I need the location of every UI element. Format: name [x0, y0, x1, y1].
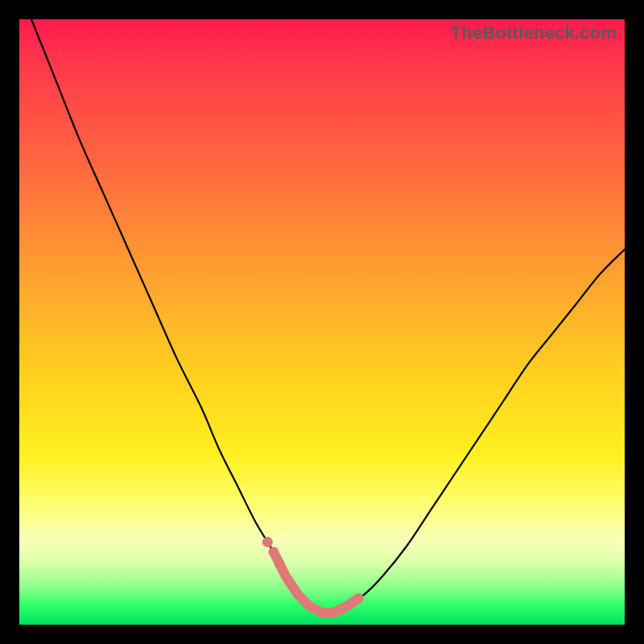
highlight-dot [268, 547, 279, 557]
curve-line [31, 19, 625, 613]
highlight-dot [262, 537, 273, 547]
highlight-dot [353, 593, 364, 604]
chart-area: TheBottleneck.com [19, 19, 625, 625]
plot-svg [19, 19, 625, 625]
highlight-dot [275, 559, 285, 569]
